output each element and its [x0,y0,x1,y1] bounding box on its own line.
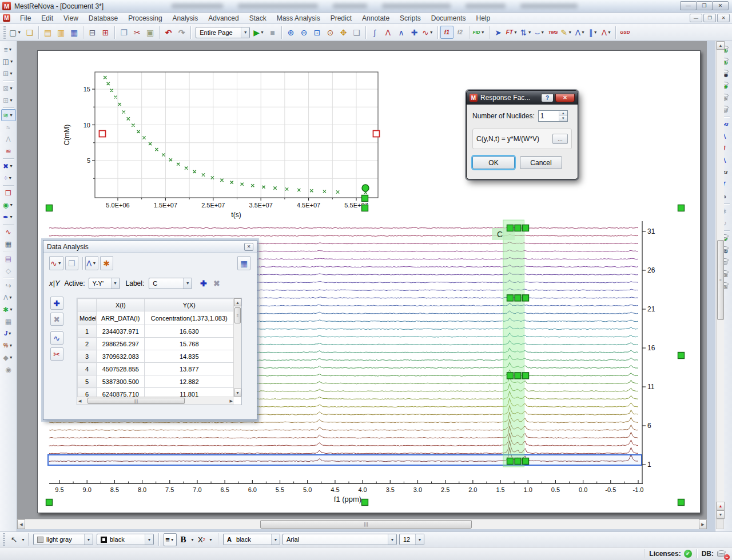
fit-curve-handle[interactable] [373,131,380,137]
preview-eye-button[interactable]: ◉ [1,363,16,375]
concentration-scatter-plot[interactable]: 5.0E+061.5E+072.5E+073.5E+074.5E+075.5E+… [63,72,378,219]
export-spectrum-button[interactable]: ↪ [1,279,16,291]
table-scroll-left[interactable]: ◀ [78,399,81,403]
peak-picking-button[interactable]: Λ [381,26,395,39]
scroll-down-button[interactable]: ▼ [717,510,725,519]
table-cell[interactable]: 5387300.500 [97,375,145,388]
integral-handle[interactable] [507,295,514,301]
da-delete-series-button[interactable]: ✖ [50,313,63,326]
chevron-down-icon[interactable]: ▼ [21,538,26,542]
j-coupling-button[interactable]: J▼ [1,327,16,339]
integral-handle[interactable] [523,373,529,379]
resize-handle[interactable] [362,205,368,211]
select-cursor-button[interactable]: ↖ [7,533,21,546]
table-row[interactable]: 44507528.85513.877 [78,363,234,375]
menu-database[interactable]: Database [83,13,123,23]
dialog-help-button[interactable]: ? [541,94,554,102]
menu-file[interactable]: File [15,13,36,23]
vertical-scrollbar[interactable]: ▲ ≡ ▲ ▼ [716,41,724,519]
align-button[interactable]: ≡▼ [164,533,177,546]
pin-trace-button[interactable]: ✒▼ [1,211,16,223]
table-cell[interactable]: 6 [78,388,97,397]
window-minimize-button[interactable]: — [680,1,697,10]
table-cell[interactable]: 12.882 [145,375,234,388]
zoom-selection-button[interactable]: ⊡ [311,26,324,39]
menu-analysis[interactable]: Analysis [168,13,204,23]
rotate-handle[interactable] [362,185,369,191]
crosshair-button[interactable]: ✚ [408,26,421,39]
redo-button[interactable]: ↷ [175,26,188,39]
arithmetic-button[interactable]: ÷▼ [1,172,16,184]
nmr-trace[interactable] [49,234,638,236]
cancel-button[interactable]: Cancel [520,156,562,169]
da-cut-points-button[interactable]: ✂ [50,347,63,361]
reference-tms-button[interactable]: TMS [547,26,560,39]
multiplet-analysis-button[interactable]: ∧ [395,26,408,39]
line-color-select[interactable]: black▼ [97,534,154,545]
integral-handle[interactable] [515,458,521,465]
assignments-button[interactable]: ∿▼ [421,26,435,39]
nmr-trace[interactable] [49,441,638,454]
baseline-correction-button[interactable]: ⌣▼ [534,26,547,39]
response-factor-titlebar[interactable]: M Response Fac... ? ✕ [467,91,578,105]
response-factor-dialog[interactable]: M Response Fac... ? ✕ Number of Nuclides… [466,90,578,179]
da-add-series-button[interactable]: ✚ [50,297,63,310]
mdi-minimize-button[interactable]: — [690,14,702,22]
print-button[interactable]: ⊟ [86,26,99,39]
table-cell[interactable]: 1 [78,325,97,338]
phase-correction-button[interactable]: ⇅▼ [519,26,534,39]
gsd-button[interactable]: GSD [618,26,631,39]
table-row[interactable]: 22986256.29715.768 [78,338,234,350]
table-cell[interactable]: 5 [78,375,97,388]
fit-curve-handle[interactable] [100,131,106,137]
nuclides-spinbox[interactable]: 1 ▲ ▼ [538,110,568,122]
open-folder-button[interactable]: ▤ [41,26,54,39]
resize-handle[interactable] [362,499,368,506]
ok-button[interactable]: OK [472,156,515,169]
table-row[interactable]: 55387300.50012.882 [78,375,234,388]
table-cell[interactable]: 4507528.855 [97,363,145,375]
zoom-out-button[interactable]: ⊖ [297,26,311,39]
layout-templates-button[interactable]: ◫▼ [1,55,16,67]
resize-handle[interactable] [678,499,685,506]
da-fit-curve-button[interactable]: ∿ [50,331,63,345]
new-from-template-button[interactable]: ❏ [23,26,36,39]
new-document-button[interactable]: ▢▼ [8,26,23,39]
integral-handle[interactable] [523,295,529,301]
stop-script-button[interactable]: ■ [266,26,279,39]
licenses-ok-icon[interactable]: ✔ [684,550,692,558]
menu-view[interactable]: View [58,13,83,23]
stop-tool-button[interactable]: ◆▼ [1,351,16,363]
menu-edit[interactable]: Edit [36,13,58,23]
verify-structure-button[interactable]: ✱▼ [1,303,16,315]
menu-documents[interactable]: Documents [426,13,471,23]
integral-handle[interactable] [507,373,514,379]
active-select[interactable]: Y-Y'▼ [89,278,120,289]
table-hscroll-thumb[interactable]: ∥∥ [87,398,185,404]
table-cell[interactable]: 15.768 [145,338,234,350]
capture-region-button[interactable]: ❏ [350,26,363,39]
resize-handle[interactable] [46,499,53,506]
integral-handle[interactable] [515,373,521,379]
menu-predict[interactable]: Predict [325,13,357,23]
cut-button[interactable]: ✂ [130,26,144,39]
delete-label-button[interactable]: ✖ [210,277,223,290]
fill-color-select[interactable]: light gray▼ [33,534,93,545]
da-save-button[interactable]: ▦ [237,256,250,270]
f1-trace-button[interactable]: f1 [440,26,453,39]
da-options-button[interactable]: ✱ [100,256,113,270]
table-scroll-down[interactable]: ▼ [234,389,241,397]
scroll-left-button[interactable]: ◀ [17,519,25,529]
fid-button[interactable]: FID▼ [472,26,487,39]
resize-handle[interactable] [362,195,368,202]
model-3d-button[interactable]: ◇ [1,265,16,277]
mdi-close-button[interactable]: ✕ [717,14,730,22]
db-status-icon[interactable]: – [717,549,727,558]
menu-mass-analysis[interactable]: Mass Analysis [272,13,325,23]
page-view-select[interactable]: Entire Page▼ [196,27,250,38]
integral-handle[interactable] [507,225,514,231]
table-row[interactable]: 33709632.08314.835 [78,350,234,363]
f2-trace-button[interactable]: f2 [453,26,467,39]
font-family-select[interactable]: Arial▼ [283,534,397,545]
menu-processing[interactable]: Processing [123,13,167,23]
